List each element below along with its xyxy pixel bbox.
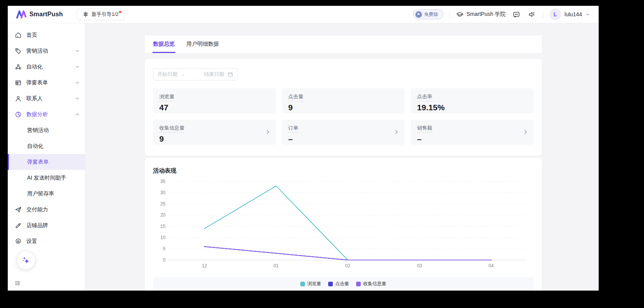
legend-item[interactable]: 收集信息量 (356, 281, 386, 287)
chart-legend: 浏览量点击量收集信息量 (153, 277, 534, 291)
sidebar-item-label: 营销活动 (26, 48, 71, 55)
svg-text:30: 30 (160, 190, 166, 195)
stat-label: 点击量 (288, 93, 303, 101)
svg-text:20: 20 (160, 212, 166, 218)
end-date-input[interactable]: 结束日期 (204, 71, 225, 78)
date-range-picker[interactable]: 开始日期 → 结束日期 (153, 68, 238, 80)
sidebar-subitem-label: AI 发送时间助手 (27, 175, 66, 181)
svg-text:35: 35 (160, 179, 166, 184)
user-name: lulu144 (565, 11, 582, 17)
sidebar-subitem-user-retention[interactable]: 用户留存率 (8, 186, 85, 202)
stat-label: 点击率 (417, 93, 432, 101)
legend-item[interactable]: 浏览量 (300, 281, 321, 287)
academy-label: SmartPush 学院 (467, 11, 506, 18)
stat-value: 9 (159, 134, 270, 144)
svg-text:02: 02 (345, 263, 351, 269)
svg-text:10: 10 (160, 235, 166, 240)
stat-value: 19.15% (417, 103, 527, 112)
top-header: SmartPush 新手引导1/2 免费版 SmartPush 学院 (8, 6, 599, 23)
stat-value: – (417, 134, 527, 144)
notification-dot (119, 11, 121, 13)
legend-label: 浏览量 (307, 281, 321, 287)
sidebar-subitem-label: 自动化 (27, 143, 43, 150)
stat-card-clicks: 点击量 9 (282, 88, 405, 113)
tab-data-overview[interactable]: 数据总览 (153, 41, 175, 53)
sparkles-icon (21, 255, 31, 265)
chevron-up-icon (75, 112, 79, 116)
collapse-sidebar-button[interactable] (13, 279, 22, 287)
legend-swatch-icon (300, 282, 305, 286)
chevron-down-icon (75, 49, 79, 53)
sidebar-item-label: 数据分析 (26, 111, 71, 118)
onboarding-guide-button[interactable]: 新手引导1/2 (77, 9, 124, 20)
sidebar-item-home[interactable]: 首页 (8, 27, 85, 43)
sidebar-item-label: 联系人 (26, 95, 71, 102)
user-menu[interactable]: L lulu144 (549, 9, 590, 20)
sidebar: 首页 营销活动 自动化 弹窗表 (8, 23, 85, 291)
sidebar-item-settings[interactable]: 设置 (8, 233, 85, 249)
date-range-arrow-icon: → (181, 72, 201, 77)
sidebar-item-contacts[interactable]: 联系人 (8, 91, 85, 106)
pie-chart-icon (15, 111, 22, 118)
chart-panel: 活动表现 051015202530351201020304 浏览量点击量收集信息… (145, 158, 542, 291)
stat-card-click-rate: 点击率 19.15% (411, 88, 534, 113)
svg-text:5: 5 (163, 246, 165, 252)
stat-card-collected-info[interactable]: 收集信息量 9 (153, 120, 276, 145)
brand-logo[interactable]: SmartPush (8, 10, 77, 19)
sidebar-subitem-popup-form-analytics[interactable]: 弹窗表单 (8, 154, 85, 170)
sidebar-nav: 首页 营销活动 自动化 弹窗表 (8, 23, 85, 249)
chevron-down-icon (585, 12, 590, 17)
sidebar-item-deliverability[interactable]: 交付能力 (8, 202, 85, 217)
start-date-input[interactable]: 开始日期 (157, 71, 177, 78)
sidebar-subitem-campaign-analytics[interactable]: 营销活动 (8, 122, 85, 138)
ai-assistant-button[interactable] (17, 252, 35, 269)
stat-label: 订单 (288, 125, 298, 133)
stats-row-2: 收集信息量 9 订单 – 销售额 – (153, 120, 534, 145)
sidebar-subitem-ai-send-time[interactable]: AI 发送时间助手 (8, 170, 85, 186)
legend-item[interactable]: 点击量 (328, 281, 349, 287)
stat-card-orders[interactable]: 订单 – (282, 120, 405, 145)
sidebar-item-popup-forms[interactable]: 弹窗表单 (8, 75, 85, 91)
academy-link[interactable]: SmartPush 学院 (456, 11, 506, 18)
smartpush-logo-icon (16, 10, 26, 19)
stats-panel: 开始日期 → 结束日期 浏览量 47 点击量 9 点击率 19.15% (145, 59, 542, 156)
divider (449, 11, 450, 18)
sidebar-item-automation[interactable]: 自动化 (8, 59, 85, 75)
collapse-menu-icon (14, 280, 21, 286)
announcements-button[interactable] (527, 10, 537, 19)
avatar: L (549, 9, 561, 20)
tag-icon (15, 48, 22, 55)
svg-text:12: 12 (202, 263, 207, 269)
campaign-performance-line-chart[interactable]: 051015202530351201020304 (145, 158, 542, 274)
legend-label: 点击量 (335, 281, 349, 287)
sidebar-item-label: 弹窗表单 (26, 79, 71, 86)
feedback-button[interactable] (512, 10, 521, 19)
legend-swatch-icon (328, 282, 333, 286)
app-window: SmartPush 新手引导1/2 免费版 SmartPush 学院 (8, 6, 599, 291)
chevron-right-icon[interactable] (394, 129, 399, 135)
sidebar-item-label: 店铺品牌 (26, 222, 79, 229)
chevron-down-icon (75, 80, 79, 85)
header-right: 免费版 SmartPush 学院 (413, 9, 599, 20)
chevron-down-icon (75, 96, 79, 101)
sidebar-item-analytics[interactable]: 数据分析 (8, 106, 85, 122)
graduation-cap-icon (456, 11, 463, 18)
automation-icon (15, 63, 22, 70)
sidebar-subitem-automation-analytics[interactable]: 自动化 (8, 138, 85, 154)
tab-user-detail-data[interactable]: 用户明细数据 (186, 41, 219, 53)
contacts-icon (15, 95, 22, 102)
chevron-right-icon[interactable] (265, 129, 270, 135)
plan-badge[interactable]: 免费版 (413, 9, 443, 19)
svg-text:0: 0 (163, 257, 165, 263)
chevron-right-icon[interactable] (523, 129, 528, 135)
stat-value: 9 (288, 103, 399, 112)
gear-icon (15, 238, 22, 245)
stat-card-sales[interactable]: 销售额 – (411, 120, 534, 145)
sidebar-item-campaigns[interactable]: 营销活动 (8, 43, 85, 59)
sidebar-item-label: 首页 (26, 32, 79, 39)
popup-form-icon (15, 79, 22, 86)
sidebar-subitem-label: 营销活动 (27, 127, 49, 134)
calendar-icon (227, 72, 233, 77)
paper-plane-icon (15, 206, 22, 213)
sidebar-item-store-branding[interactable]: 店铺品牌 (8, 217, 85, 233)
